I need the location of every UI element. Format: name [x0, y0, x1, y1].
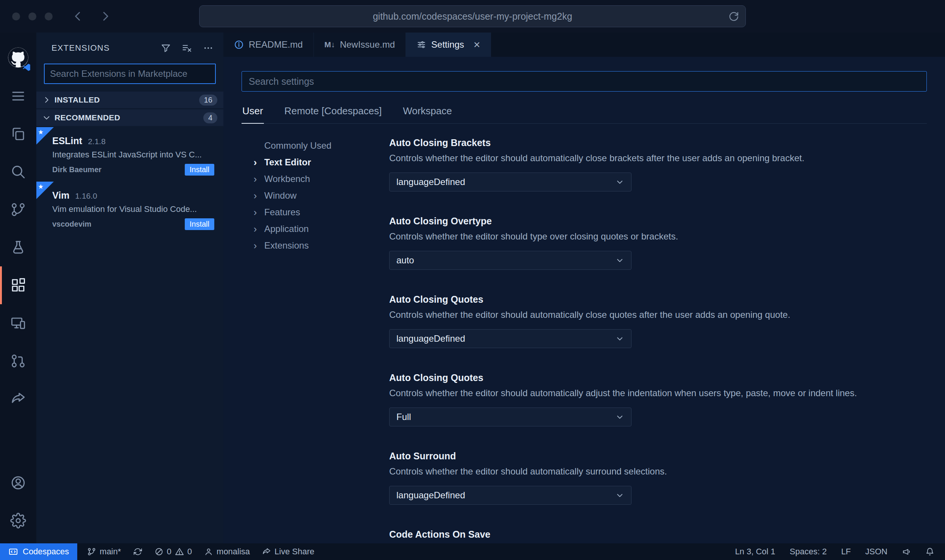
star-icon: ★	[38, 183, 44, 191]
editor-tabs: README.md M↓ NewIssue.md Settings ×	[223, 33, 945, 57]
chevron-down-icon	[615, 334, 624, 343]
more-actions-icon[interactable]	[203, 43, 214, 53]
setting-title: Auto Closing Brackets	[389, 137, 927, 148]
tab-newissue[interactable]: M↓ NewIssue.md	[314, 33, 406, 57]
filter-icon[interactable]	[161, 43, 171, 53]
settings-scope-tabs: User Remote [Codespaces] Workspace	[242, 101, 927, 124]
back-icon[interactable]	[72, 11, 84, 22]
close-icon[interactable]: ×	[474, 39, 480, 50]
setting-auto-indent: Auto Closing Quotes Controls whether the…	[389, 372, 927, 426]
setting-auto-closing-brackets: Auto Closing Brackets Controls whether t…	[389, 137, 927, 191]
toc-features[interactable]: › Features	[251, 204, 389, 221]
setting-dropdown[interactable]: auto	[389, 251, 632, 270]
section-label: INSTALLED	[55, 95, 100, 104]
setting-dropdown[interactable]: languageDefined	[389, 486, 632, 505]
activity-extensions[interactable]	[0, 266, 36, 304]
toc-extensions[interactable]: › Extensions	[251, 237, 389, 254]
install-button[interactable]: Install	[185, 218, 214, 230]
close-window-button[interactable]	[12, 12, 20, 20]
tab-readme[interactable]: README.md	[223, 33, 314, 57]
notifications-button[interactable]	[925, 547, 934, 556]
codespaces-label: Codespaces	[23, 547, 69, 557]
branch-icon	[87, 547, 96, 556]
scope-tab-remote[interactable]: Remote [Codespaces]	[284, 101, 382, 123]
settings-toc: › Commonly Used › Text Editor › Workbenc…	[242, 137, 389, 543]
url-text: github.com/codespaces/user-my-project-mg…	[373, 11, 572, 22]
remote-explorer-icon	[10, 315, 26, 331]
toc-workbench[interactable]: › Workbench	[251, 171, 389, 187]
menu-icon	[11, 89, 26, 104]
activity-account[interactable]	[0, 464, 36, 502]
toc-window[interactable]: › Window	[251, 187, 389, 204]
eol-indicator[interactable]: LF	[841, 547, 851, 557]
tab-label: Settings	[431, 39, 464, 50]
github-logo	[8, 38, 29, 77]
live-share-icon	[262, 547, 271, 556]
install-button[interactable]: Install	[185, 164, 214, 176]
codespaces-remote-button[interactable]: Codespaces	[0, 543, 77, 560]
setting-dropdown[interactable]: Full	[389, 408, 632, 426]
chevron-down-icon	[615, 177, 624, 187]
feedback-button[interactable]	[902, 547, 911, 556]
account-icon	[10, 475, 26, 491]
zoom-window-button[interactable]	[45, 12, 53, 20]
info-icon	[234, 40, 244, 50]
setting-description: Controls whether the editor should autom…	[389, 153, 927, 163]
settings-icon	[416, 40, 426, 50]
activity-settings[interactable]	[0, 502, 36, 540]
installed-count-badge: 16	[199, 95, 217, 106]
setting-title: Code Actions On Save	[389, 529, 927, 540]
extension-publisher: vscodevim	[52, 220, 91, 229]
toc-text-editor[interactable]: › Text Editor	[251, 154, 389, 171]
extension-name: Vim	[52, 190, 69, 201]
scope-tab-user[interactable]: User	[242, 101, 264, 124]
settings-search-input[interactable]	[242, 71, 927, 92]
branch-indicator[interactable]: main*	[87, 547, 121, 557]
activity-testing[interactable]	[0, 229, 36, 266]
scope-tab-workspace[interactable]: Workspace	[402, 101, 453, 123]
problems-indicator[interactable]: 0 0	[154, 547, 192, 557]
refresh-icon[interactable]	[728, 11, 739, 22]
forward-icon[interactable]	[100, 11, 111, 22]
chevron-down-icon	[615, 256, 624, 265]
chevron-down-icon	[42, 114, 51, 122]
address-bar[interactable]: github.com/codespaces/user-my-project-mg…	[199, 5, 746, 27]
language-mode[interactable]: JSON	[865, 547, 887, 557]
activity-menu[interactable]	[0, 77, 36, 115]
activity-remote-explorer[interactable]	[0, 304, 36, 342]
pull-request-icon	[10, 353, 26, 369]
setting-title: Auto Closing Quotes	[389, 372, 927, 383]
warning-icon	[175, 547, 184, 556]
activity-live-share[interactable]	[0, 380, 36, 418]
activity-pull-requests[interactable]	[0, 342, 36, 380]
live-share-button[interactable]: Live Share	[262, 547, 314, 557]
sync-icon	[133, 547, 142, 556]
toc-application[interactable]: › Application	[251, 221, 389, 237]
gear-icon	[10, 513, 26, 529]
indentation-indicator[interactable]: Spaces: 2	[790, 547, 827, 557]
section-recommended[interactable]: RECOMMENDED 4	[36, 109, 223, 126]
extension-item-eslint[interactable]: ★ ESLint 2.1.8 Integrates ESLint JavaScr…	[36, 127, 223, 182]
sync-button[interactable]	[133, 547, 142, 556]
setting-dropdown[interactable]: languageDefined	[389, 173, 632, 191]
minimize-window-button[interactable]	[28, 12, 36, 20]
extension-publisher: Dirk Baeumer	[52, 165, 101, 174]
share-icon	[10, 391, 26, 407]
tab-settings[interactable]: Settings ×	[406, 33, 491, 57]
activity-source-control[interactable]	[0, 191, 36, 229]
beaker-icon	[10, 240, 26, 255]
chevron-right-icon: ›	[251, 207, 260, 218]
cursor-position[interactable]: Ln 3, Col 1	[735, 547, 775, 557]
section-installed[interactable]: INSTALLED 16	[36, 92, 223, 108]
setting-dropdown[interactable]: languageDefined	[389, 329, 632, 348]
setting-auto-closing-overtype: Auto Closing Overtype Controls whether t…	[389, 216, 927, 270]
codespaces-icon	[8, 547, 18, 557]
toc-commonly-used[interactable]: › Commonly Used	[251, 137, 389, 154]
clear-list-icon[interactable]	[182, 43, 192, 53]
activity-explorer[interactable]	[0, 115, 36, 153]
user-indicator[interactable]: monalisa	[204, 547, 250, 557]
extensions-search-input[interactable]	[44, 64, 216, 84]
chevron-down-icon	[615, 412, 624, 422]
extension-item-vim[interactable]: ★ Vim 1.16.0 Vim emulation for Visual St…	[36, 182, 223, 236]
activity-search[interactable]	[0, 153, 36, 191]
